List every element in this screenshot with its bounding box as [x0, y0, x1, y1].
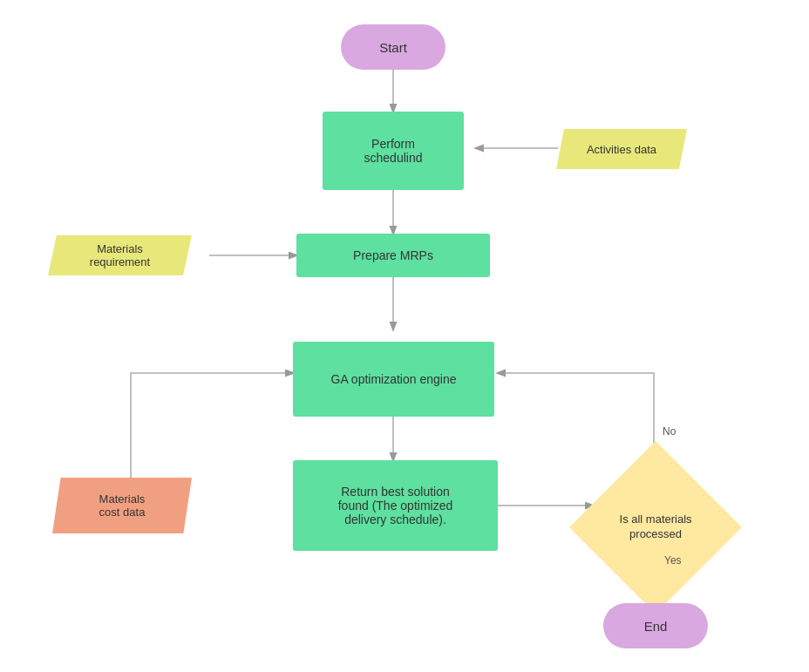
- ga-optimization-node: GA optimization engine: [293, 342, 494, 417]
- start-node: Start: [341, 24, 445, 70]
- no-label: No: [663, 425, 676, 438]
- yes-label: Yes: [664, 554, 682, 567]
- is-all-materials-diamond: Is all materials processed: [569, 441, 742, 614]
- return-best-solution-node: Return best solution found (The optimize…: [293, 460, 498, 551]
- materials-cost-node: Materials cost data: [52, 478, 192, 533]
- prepare-mrps-node: Prepare MRPs: [296, 234, 490, 277]
- materials-requirement-node: Materials requirement: [48, 235, 192, 275]
- perform-scheduling-node: Perform schedulind: [323, 112, 464, 190]
- flowchart-diagram: Start Perform schedulind Prepare MRPs GA…: [0, 0, 809, 672]
- activities-data-node: Activities data: [556, 129, 687, 169]
- end-node: End: [603, 603, 708, 648]
